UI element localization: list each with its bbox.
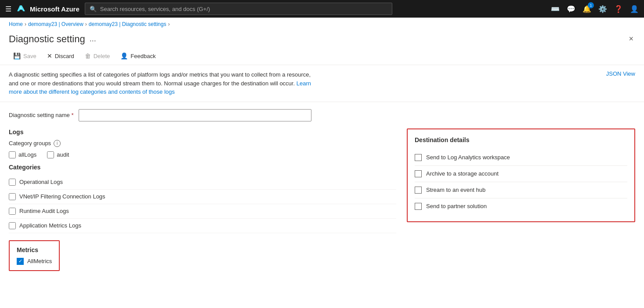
category-item: VNet/IP Filtering Connection Logs (9, 190, 396, 204)
category-item: Operational Logs (9, 175, 396, 190)
settings-icon[interactable]: ⚙️ (598, 5, 607, 13)
breadcrumb: Home › demomay23 | Overview › demomay23 … (0, 18, 644, 31)
destination-label-storage: Archive to a storage account (426, 170, 499, 177)
save-button[interactable]: 💾 Save (9, 51, 41, 61)
destination-label-log-analytics: Send to Log Analytics workspace (426, 154, 510, 161)
search-icon: 🔍 (90, 6, 97, 12)
search-box[interactable]: 🔍 (85, 3, 392, 15)
page-header: Diagnostic setting ... × (0, 31, 644, 49)
category-checkbox-operational[interactable] (9, 179, 16, 186)
cloud-shell-icon[interactable]: ⌨️ (551, 5, 560, 13)
feedback-label: Feedback (130, 53, 156, 59)
category-item: Runtime Audit Logs (9, 204, 396, 219)
search-input[interactable] (100, 6, 387, 12)
feedback-icon[interactable]: 💬 (567, 5, 575, 13)
category-label-vnet: VNet/IP Filtering Connection Logs (19, 193, 105, 200)
audit-checkbox-item: audit (47, 151, 69, 158)
destination-box-title: Destination details (415, 136, 627, 143)
metrics-section: Metrics ✓ AllMetrics (9, 240, 60, 271)
diagnostic-name-input[interactable] (79, 109, 311, 121)
category-groups-info-icon[interactable]: i (54, 140, 61, 147)
audit-checkbox[interactable] (47, 151, 54, 158)
category-checkbox-vnet[interactable] (9, 193, 16, 200)
destination-items-container: Send to Log Analytics workspace Archive … (415, 150, 627, 214)
allMetrics-checkbox[interactable]: ✓ (17, 258, 24, 265)
breadcrumb-sep-1: › (25, 21, 26, 27)
toolbar: 💾 Save ✕ Discard 🗑 Delete 👤 Feedback (0, 49, 644, 65)
breadcrumb-sep-2: › (85, 21, 87, 27)
topbar-icons: ⌨️ 💬 🔔 1 ⚙️ ❓ 👤 (551, 5, 639, 13)
help-icon[interactable]: ❓ (614, 5, 623, 13)
left-column: Logs Category groups i allLogs audit (9, 128, 396, 271)
info-section: A diagnostic setting specifies a list of… (0, 65, 644, 102)
brand: Microsoft Azure (17, 4, 80, 13)
category-items-container: Operational Logs VNet/IP Filtering Conne… (9, 175, 396, 233)
brand-text: Microsoft Azure (30, 5, 80, 13)
categories-section: Categories Operational Logs VNet/IP Filt… (9, 164, 396, 233)
page-options-button[interactable]: ... (90, 34, 96, 44)
audit-label: audit (57, 151, 69, 158)
destination-item-log-analytics: Send to Log Analytics workspace (415, 150, 627, 166)
allMetrics-row: ✓ AllMetrics (17, 258, 52, 265)
notification-badge: 1 (588, 2, 594, 8)
category-groups-header: Category groups i (9, 140, 396, 147)
discard-button[interactable]: ✕ Discard (43, 51, 79, 61)
json-view-link[interactable]: JSON View (606, 70, 635, 77)
diagnostic-name-label: Diagnostic setting name * (9, 112, 73, 118)
feedback-icon-btn: 👤 (120, 52, 128, 59)
delete-label: Delete (94, 53, 110, 59)
allLogs-checkbox[interactable] (9, 151, 16, 158)
category-groups-label: Category groups (9, 140, 51, 147)
category-checkbox-runtime[interactable] (9, 208, 16, 215)
logs-section: Logs Category groups i allLogs audit (9, 128, 396, 233)
destination-checkbox-storage[interactable] (415, 170, 422, 177)
info-text: A diagnostic setting specifies a list of… (9, 70, 325, 96)
destination-checkbox-event-hub[interactable] (415, 187, 422, 194)
page-title: Diagnostic setting (9, 33, 85, 45)
hamburger-icon[interactable]: ☰ (5, 5, 11, 13)
destination-label-event-hub: Stream to an event hub (426, 187, 485, 193)
close-button[interactable]: × (627, 33, 635, 45)
account-icon[interactable]: 👤 (630, 5, 639, 13)
destination-checkbox-log-analytics[interactable] (415, 154, 422, 161)
destination-item-partner: Send to partner solution (415, 198, 627, 214)
allLogs-checkbox-item: allLogs (9, 151, 36, 158)
feedback-button[interactable]: 👤 Feedback (116, 51, 160, 61)
allMetrics-label: AllMetrics (27, 258, 52, 264)
discard-label: Discard (55, 53, 74, 59)
category-label-application: Application Metrics Logs (19, 222, 81, 229)
destination-item-storage: Archive to a storage account (415, 166, 627, 182)
category-label-runtime: Runtime Audit Logs (19, 208, 69, 214)
destination-checkbox-partner[interactable] (415, 203, 422, 210)
breadcrumb-home[interactable]: Home (9, 21, 23, 27)
page-title-row: Diagnostic setting ... (9, 33, 96, 45)
form-content: Diagnostic setting name * Logs Category … (0, 102, 644, 278)
discard-icon: ✕ (47, 52, 52, 59)
breadcrumb-diagnostic[interactable]: demomay23 | Diagnostic settings (89, 21, 166, 27)
two-column-layout: Logs Category groups i allLogs audit (9, 128, 635, 271)
logs-title: Logs (9, 128, 396, 136)
topbar: ☰ Microsoft Azure 🔍 ⌨️ 💬 🔔 1 ⚙️ ❓ 👤 (0, 0, 644, 18)
breadcrumb-overview[interactable]: demomay23 | Overview (28, 21, 83, 27)
delete-icon: 🗑 (85, 52, 91, 59)
metrics-title: Metrics (17, 246, 52, 253)
delete-button[interactable]: 🗑 Delete (80, 51, 115, 61)
required-star: * (71, 112, 73, 118)
azure-logo-icon (17, 4, 25, 13)
destination-item-event-hub: Stream to an event hub (415, 182, 627, 198)
category-item: Application Metrics Logs (9, 219, 396, 233)
category-label-operational: Operational Logs (19, 179, 63, 185)
diagnostic-name-row: Diagnostic setting name * (9, 109, 635, 121)
save-icon: 💾 (13, 52, 21, 59)
category-checkbox-application[interactable] (9, 222, 16, 229)
category-groups-checkboxes: allLogs audit (9, 151, 396, 158)
destination-label-partner: Send to partner solution (426, 203, 487, 209)
allLogs-label: allLogs (18, 151, 36, 158)
breadcrumb-sep-3: › (168, 21, 170, 27)
notifications-icon[interactable]: 🔔 1 (582, 5, 591, 13)
info-text-line2: and one or more destinations that you wo… (9, 80, 295, 87)
right-column: Destination details Send to Log Analytic… (407, 128, 635, 222)
info-text-line1: A diagnostic setting specifies a list of… (9, 71, 311, 78)
save-label: Save (23, 53, 36, 59)
categories-title: Categories (9, 164, 396, 171)
